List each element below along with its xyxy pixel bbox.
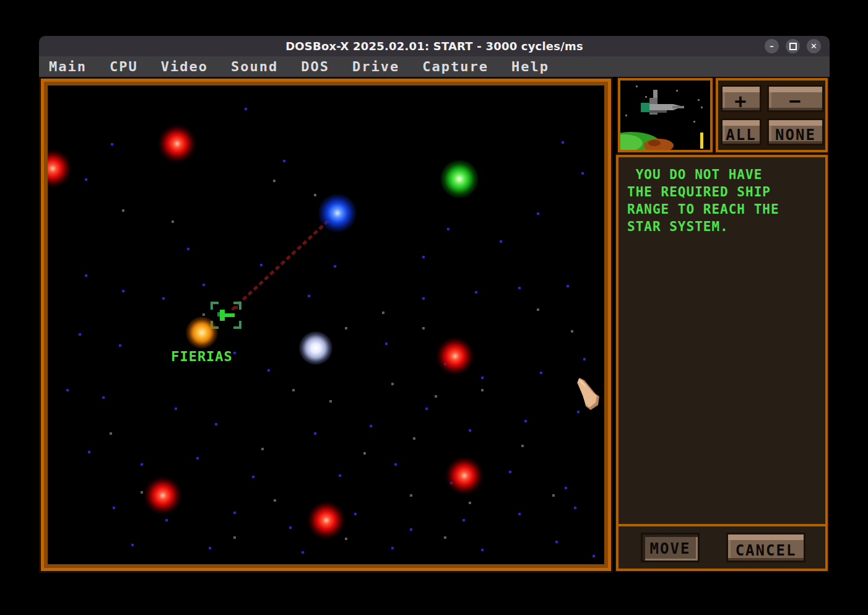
- star-system-red[interactable]: [307, 501, 345, 539]
- star-system-red[interactable]: [144, 476, 182, 515]
- background-star: [267, 369, 270, 372]
- background-star: [345, 327, 347, 329]
- background-star: [102, 396, 105, 399]
- background-star: [122, 209, 124, 212]
- fleet-size-panel: + − ALL NONE: [716, 78, 828, 152]
- minimize-button[interactable]: –: [765, 39, 779, 53]
- menu-sound[interactable]: Sound: [231, 59, 278, 74]
- star-system-white[interactable]: [299, 331, 332, 365]
- background-star: [562, 141, 564, 144]
- menu-dos[interactable]: DOS: [301, 59, 329, 74]
- background-star: [302, 551, 304, 554]
- background-star: [141, 491, 143, 494]
- hand-cursor-icon: [575, 378, 604, 415]
- background-star: [391, 383, 394, 385]
- background-star: [552, 494, 555, 497]
- background-star: [88, 451, 90, 453]
- background-star: [413, 437, 415, 440]
- background-star: [462, 519, 465, 521]
- background-star: [425, 408, 428, 410]
- menubar: Main CPU Video Sound DOS Drive Capture H…: [39, 56, 830, 77]
- background-star: [209, 547, 211, 549]
- close-icon: ✕: [810, 41, 817, 51]
- background-star: [521, 445, 524, 447]
- background-star: [565, 487, 567, 489]
- background-star: [273, 180, 276, 182]
- background-star: [141, 463, 143, 466]
- action-bar: MOVE CANCEL: [618, 526, 825, 569]
- window-title: DOSBox-X 2025.02.01: START - 3000 cycles…: [285, 40, 583, 53]
- background-star: [122, 290, 124, 292]
- menu-video[interactable]: Video: [161, 59, 208, 74]
- gauge-bar-icon: [700, 133, 703, 149]
- background-star: [537, 212, 539, 215]
- background-star: [111, 143, 113, 146]
- star-map[interactable]: FIERIAS: [48, 85, 604, 564]
- background-star: [308, 295, 310, 297]
- background-star: [233, 536, 236, 539]
- background-star: [283, 160, 285, 162]
- background-star: [202, 313, 205, 316]
- background-star: [79, 333, 81, 336]
- titlebar[interactable]: DOSBox-X 2025.02.01: START - 3000 cycles…: [39, 36, 830, 56]
- star-system-red[interactable]: [48, 149, 72, 188]
- close-button[interactable]: ✕: [807, 39, 821, 53]
- background-star: [162, 297, 165, 300]
- background-star: [574, 507, 576, 509]
- background-star: [566, 285, 569, 287]
- background-star: [571, 330, 573, 333]
- background-star: [469, 429, 471, 432]
- background-star: [334, 265, 336, 268]
- star-system-red[interactable]: [445, 456, 484, 495]
- star-map-frame: FIERIAS: [39, 77, 613, 573]
- background-star: [435, 395, 437, 398]
- all-ships-button[interactable]: ALL: [721, 118, 762, 146]
- background-star: [391, 547, 394, 549]
- game-screen: FIERIAS: [39, 77, 830, 573]
- background-star: [261, 448, 264, 450]
- background-star: [339, 474, 341, 477]
- background-star: [329, 400, 332, 403]
- cancel-button[interactable]: CANCEL: [726, 533, 805, 562]
- dosbox-window: DOSBox-X 2025.02.01: START - 3000 cycles…: [39, 36, 830, 573]
- route-line: [48, 85, 604, 564]
- background-star: [66, 389, 69, 391]
- background-star: [131, 544, 134, 546]
- star-system-blue[interactable]: [318, 194, 357, 232]
- background-star: [314, 194, 316, 196]
- background-star: [410, 528, 412, 531]
- minimize-icon: –: [770, 41, 774, 51]
- background-star: [581, 172, 584, 175]
- background-star: [481, 389, 484, 391]
- background-star: [314, 432, 316, 435]
- menu-cpu[interactable]: CPU: [110, 59, 138, 74]
- background-star: [592, 555, 595, 557]
- background-star: [252, 476, 254, 478]
- background-star: [422, 327, 425, 329]
- background-star: [274, 499, 276, 502]
- move-button[interactable]: MOVE: [641, 533, 700, 562]
- background-star: [85, 178, 87, 181]
- background-star: [202, 284, 205, 286]
- remove-ship-button[interactable]: −: [767, 85, 824, 112]
- menu-drive[interactable]: Drive: [352, 59, 399, 74]
- menu-capture[interactable]: Capture: [422, 59, 488, 74]
- background-star: [518, 513, 521, 515]
- no-ships-button[interactable]: NONE: [767, 118, 824, 146]
- add-ship-button[interactable]: +: [721, 85, 762, 112]
- star-system-orange[interactable]: [186, 316, 218, 349]
- star-system-green[interactable]: [440, 160, 479, 198]
- background-star: [382, 312, 384, 314]
- background-star: [233, 352, 236, 354]
- star-system-red[interactable]: [436, 337, 474, 375]
- background-star: [500, 240, 502, 243]
- background-star: [215, 423, 217, 425]
- menu-main[interactable]: Main: [49, 59, 87, 74]
- background-star: [524, 420, 527, 422]
- background-star: [444, 536, 446, 539]
- menu-help[interactable]: Help: [511, 59, 549, 74]
- star-system-red[interactable]: [158, 124, 196, 163]
- background-star: [475, 291, 477, 294]
- background-star: [555, 541, 558, 543]
- maximize-button[interactable]: [786, 39, 800, 53]
